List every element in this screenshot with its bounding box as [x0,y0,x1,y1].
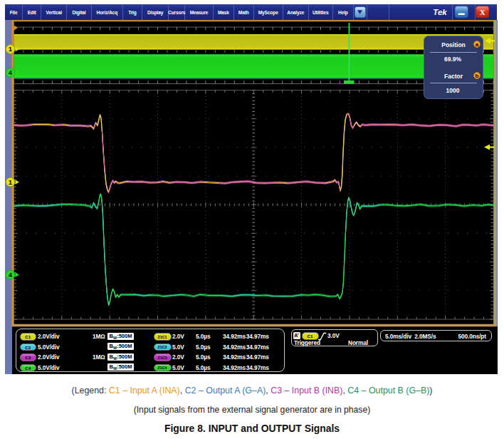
svg-text:Tek: Tek [433,8,447,16]
svg-text:1: 1 [9,179,12,186]
svg-text:4: 4 [9,272,12,279]
svg-text:X: X [480,9,485,16]
svg-text:1: 1 [9,46,12,53]
svg-text:4: 4 [9,69,12,76]
